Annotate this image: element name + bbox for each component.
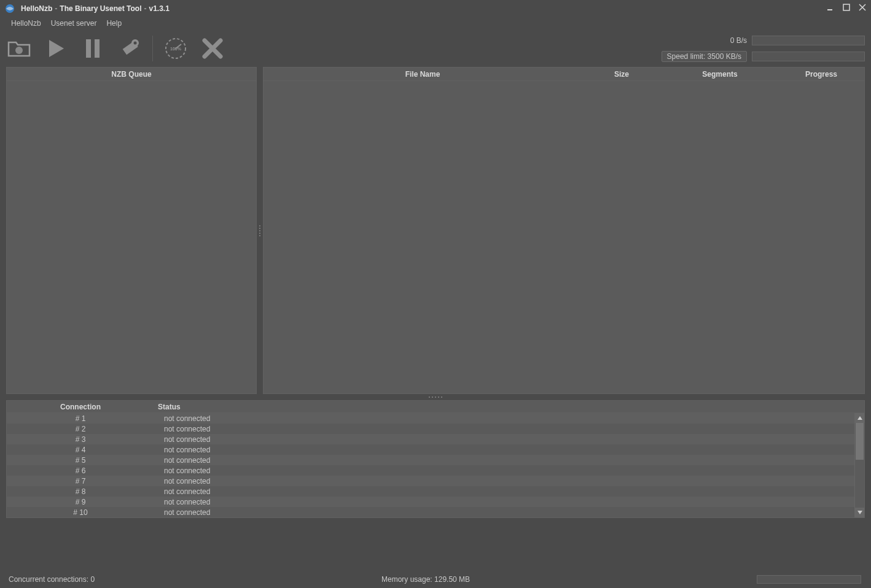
queue-header-label[interactable]: NZB Queue	[7, 70, 256, 79]
window-controls	[826, 2, 867, 12]
col-connection[interactable]: Connection	[7, 403, 154, 411]
toolbar-buttons: 100%	[6, 36, 225, 61]
close-button[interactable]	[857, 2, 867, 12]
files-body[interactable]	[264, 81, 864, 393]
minimize-button[interactable]	[826, 2, 835, 12]
title-sep2: -	[144, 4, 146, 13]
connection-row[interactable]: # 3not connected	[7, 434, 854, 444]
connection-row[interactable]: # 10not connected	[7, 507, 854, 517]
main-area: NZB Queue File Name Size Segments Progre…	[0, 67, 871, 394]
connection-id: # 3	[7, 435, 154, 444]
horizontal-splitter[interactable]	[0, 394, 871, 400]
status-connections: Concurrent connections: 0	[9, 575, 95, 584]
toolbar: 100% 0 B/s Speed limit: 3500 KB/s	[0, 30, 871, 67]
speed-gauge-button[interactable]: 100%	[163, 36, 189, 61]
toolbar-status: 0 B/s Speed limit: 3500 KB/s	[662, 34, 865, 63]
settings-button[interactable]	[117, 36, 143, 61]
menubar: HelloNzb Usenet server Help	[0, 17, 871, 30]
nzb-queue-panel: NZB Queue	[6, 67, 257, 394]
connection-status: not connected	[154, 414, 854, 423]
play-button[interactable]	[43, 36, 69, 61]
connection-status: not connected	[154, 446, 854, 454]
titlebar: HelloNzb - The Binary Usenet Tool - v1.3…	[0, 0, 871, 17]
speed-limit-button[interactable]: Speed limit: 3500 KB/s	[662, 51, 747, 62]
app-icon	[5, 4, 15, 14]
connection-row[interactable]: # 4not connected	[7, 444, 854, 455]
col-status[interactable]: Status	[154, 403, 216, 411]
pause-button[interactable]	[80, 36, 106, 61]
menu-hellonzb[interactable]: HelloNzb	[6, 18, 46, 29]
vertical-splitter[interactable]	[257, 67, 263, 394]
col-size[interactable]: Size	[582, 70, 662, 79]
connection-row[interactable]: # 7not connected	[7, 476, 854, 486]
queue-body[interactable]	[7, 81, 256, 393]
scroll-up-button[interactable]	[855, 413, 864, 423]
overall-progress-bar	[752, 52, 865, 61]
scroll-thumb[interactable]	[856, 423, 864, 460]
queue-header: NZB Queue	[7, 68, 256, 81]
svg-text:100%: 100%	[170, 47, 182, 51]
menu-usenet-server[interactable]: Usenet server	[46, 18, 102, 29]
connection-id: # 2	[7, 425, 154, 433]
connection-id: # 10	[7, 508, 154, 517]
svg-point-3	[15, 47, 23, 54]
svg-point-7	[134, 42, 137, 45]
connection-status: not connected	[154, 477, 854, 485]
connection-status: not connected	[154, 425, 854, 433]
connection-id: # 1	[7, 414, 154, 423]
connection-id: # 4	[7, 446, 154, 454]
connection-id: # 9	[7, 498, 154, 506]
title-sep: -	[55, 4, 57, 13]
connection-status: not connected	[154, 487, 854, 496]
connection-status: not connected	[154, 435, 854, 444]
connections-body: # 1not connected# 2not connected# 3not c…	[7, 413, 864, 517]
connection-row[interactable]: # 2not connected	[7, 424, 854, 434]
connection-status: not connected	[154, 466, 854, 475]
col-segments[interactable]: Segments	[662, 70, 778, 79]
files-panel: File Name Size Segments Progress	[263, 67, 865, 394]
title-tagline: The Binary Usenet Tool	[60, 4, 141, 13]
maximize-button[interactable]	[842, 2, 851, 12]
col-filename[interactable]: File Name	[264, 70, 582, 79]
speed-bar	[752, 36, 865, 45]
connection-status: not connected	[154, 508, 854, 517]
connections-panel: Connection Status # 1not connected# 2not…	[6, 400, 865, 518]
scrollbar[interactable]	[854, 413, 864, 517]
connection-row[interactable]: # 5not connected	[7, 455, 854, 465]
connection-id: # 8	[7, 487, 154, 496]
svg-rect-4	[86, 39, 91, 58]
current-speed-label: 0 B/s	[730, 36, 747, 45]
svg-rect-5	[95, 39, 100, 58]
connection-row[interactable]: # 8not connected	[7, 486, 854, 497]
connections-header: Connection Status	[7, 401, 864, 413]
col-progress[interactable]: Progress	[778, 70, 864, 79]
toolbar-separator	[152, 36, 153, 61]
connection-row[interactable]: # 1not connected	[7, 413, 854, 424]
scroll-down-button[interactable]	[855, 508, 864, 517]
open-folder-button[interactable]	[6, 36, 32, 61]
connection-row[interactable]: # 9not connected	[7, 497, 854, 507]
connection-id: # 6	[7, 466, 154, 475]
connection-status: not connected	[154, 456, 854, 465]
menu-help[interactable]: Help	[101, 18, 127, 29]
connection-id: # 5	[7, 456, 154, 465]
svg-rect-2	[843, 4, 850, 10]
connection-row[interactable]: # 6not connected	[7, 465, 854, 476]
connection-id: # 7	[7, 477, 154, 485]
status-progress-bar	[757, 575, 861, 584]
files-header: File Name Size Segments Progress	[264, 68, 864, 81]
window-title: HelloNzb - The Binary Usenet Tool - v1.3…	[21, 4, 170, 13]
cancel-button[interactable]	[200, 36, 225, 61]
title-app: HelloNzb	[21, 4, 52, 13]
title-version: v1.3.1	[149, 4, 169, 13]
scroll-track[interactable]	[855, 423, 864, 508]
connection-list[interactable]: # 1not connected# 2not connected# 3not c…	[7, 413, 854, 517]
svg-rect-1	[827, 9, 832, 10]
status-memory: Memory usage: 129.50 MB	[95, 575, 757, 584]
statusbar: Concurrent connections: 0 Memory usage: …	[0, 571, 871, 588]
connection-status: not connected	[154, 498, 854, 506]
